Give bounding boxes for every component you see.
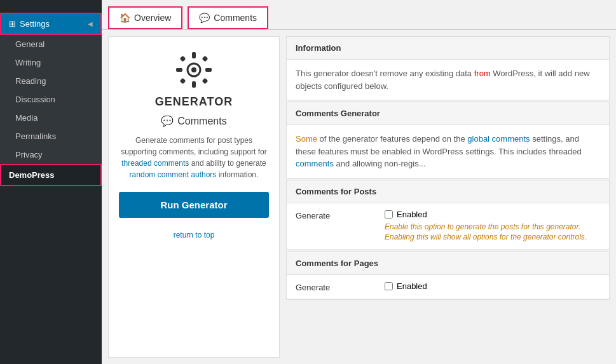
svg-rect-6: [180, 56, 186, 62]
information-body: This generator doesn't remove any existi…: [287, 60, 609, 100]
comments-subtitle-icon: 💬: [161, 115, 174, 127]
sidebar-item-discussion[interactable]: Discussion: [0, 90, 102, 109]
gear-icon: [174, 50, 214, 90]
svg-rect-8: [180, 78, 186, 84]
sidebar-item-settings[interactable]: ⊞ Settings ◀: [0, 13, 102, 35]
comments-tab-icon: 💬: [199, 13, 210, 23]
sidebar-item-permalinks[interactable]: Permalinks: [0, 127, 102, 145]
generate-posts-enabled-label: Enabled: [397, 210, 427, 219]
sidebar-item-media[interactable]: Media: [0, 109, 102, 127]
sidebar: ⊞ Settings ◀ General Writing Reading Dis…: [0, 0, 102, 364]
generate-pages-value: Enabled: [385, 281, 427, 291]
svg-rect-3: [192, 81, 196, 88]
sidebar-submenu: General Writing Reading Discussion Media…: [0, 35, 102, 164]
generator-title: GENERATOR: [155, 95, 233, 109]
svg-rect-2: [192, 52, 196, 58]
sidebar-item-writing[interactable]: Writing: [0, 53, 102, 72]
svg-rect-5: [205, 68, 212, 72]
comments-for-pages-header: Comments for Pages: [287, 252, 609, 275]
generate-posts-value: Enabled Enable this option to generate t…: [385, 210, 600, 243]
sidebar-item-demopress[interactable]: DemoPress: [0, 164, 102, 186]
tab-comments-label: Comments: [214, 13, 257, 23]
generator-subtitle-label: Comments: [177, 116, 226, 127]
run-generator-button[interactable]: Run Generator: [119, 192, 269, 218]
information-section: Information This generator doesn't remov…: [286, 36, 610, 100]
settings-icon: ⊞: [9, 19, 16, 29]
comments-generator-header: Comments Generator: [287, 102, 609, 125]
left-panel: GENERATOR 💬 Comments Generate comments f…: [108, 36, 280, 358]
sidebar-item-privacy[interactable]: Privacy: [0, 145, 102, 164]
tab-comments[interactable]: 💬 Comments: [188, 6, 268, 29]
comments-for-posts-section: Comments for Posts Generate Enabled Enab…: [286, 180, 610, 251]
information-header: Information: [287, 37, 609, 60]
generator-subtitle: 💬 Comments: [161, 115, 226, 127]
top-tabs: 🏠 Overview 💬 Comments: [102, 0, 616, 30]
comments-generator-section: Comments Generator Some of the generator…: [286, 102, 610, 179]
return-to-top-link[interactable]: return to top: [174, 231, 215, 239]
generate-posts-label: Generate: [296, 210, 372, 220]
generate-posts-row: Generate Enabled Enable this option to g…: [287, 203, 609, 250]
generate-posts-checkbox[interactable]: [385, 210, 393, 219]
generator-description: Generate comments for post types support…: [119, 135, 269, 180]
generate-posts-checkbox-row: Enabled: [385, 210, 600, 219]
right-panel: Information This generator doesn't remov…: [286, 36, 610, 358]
home-icon: 🏠: [120, 13, 130, 23]
generate-pages-enabled-label: Enabled: [397, 281, 427, 291]
svg-point-1: [191, 67, 196, 72]
comments-for-pages-section: Comments for Pages Generate Enabled: [286, 252, 610, 300]
generate-pages-checkbox-row: Enabled: [385, 281, 427, 291]
generate-pages-checkbox[interactable]: [385, 282, 393, 290]
svg-rect-4: [176, 68, 182, 72]
sidebar-settings-label: Settings: [20, 19, 50, 29]
collapse-arrow-icon: ◀: [88, 20, 93, 27]
sidebar-item-general[interactable]: General: [0, 35, 102, 53]
generate-posts-desc: Enable this option to generate the posts…: [385, 222, 600, 243]
sidebar-item-reading[interactable]: Reading: [0, 72, 102, 90]
comments-generator-body: Some of the generator features depend on…: [287, 125, 609, 178]
generate-pages-row: Generate Enabled: [287, 275, 609, 299]
tab-overview-label: Overview: [134, 13, 171, 23]
svg-rect-7: [202, 78, 209, 84]
tab-overview[interactable]: 🏠 Overview: [108, 6, 182, 29]
comments-for-posts-header: Comments for Posts: [287, 180, 609, 203]
main-content: 🏠 Overview 💬 Comments: [102, 0, 616, 364]
content-area: GENERATOR 💬 Comments Generate comments f…: [102, 30, 616, 364]
svg-rect-9: [202, 56, 209, 62]
generate-pages-label: Generate: [296, 281, 372, 292]
